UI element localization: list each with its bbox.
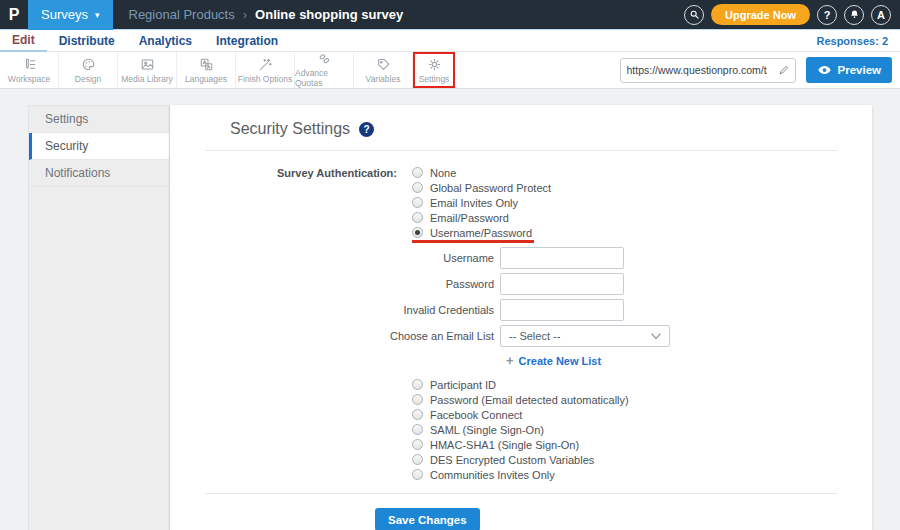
content-area: Settings Security Notifications Security…: [0, 89, 900, 530]
avatar[interactable]: A: [871, 5, 891, 25]
pencil-icon: [778, 64, 790, 76]
radio-label: Facebook Connect: [430, 409, 522, 421]
radio-label: Communities Invites Only: [430, 469, 555, 481]
eye-icon: [817, 65, 832, 75]
toolbar-item-label: Settings: [419, 74, 450, 84]
credentials-fields: Username Password Invalid Credentials Ch…: [170, 247, 872, 368]
radio-participant-id[interactable]: Participant ID: [412, 377, 496, 392]
radio-username-password[interactable]: Username/Password: [412, 225, 532, 240]
radio-password-email-detected[interactable]: Password (Email detected automatically): [412, 392, 629, 407]
radio-email-password[interactable]: Email/Password: [412, 210, 509, 225]
toolbar-item-media-library[interactable]: Media Library: [118, 52, 177, 88]
palette-icon: [81, 57, 96, 72]
radio-saml-sso[interactable]: SAML (Single Sign-On): [412, 422, 544, 437]
auth-row: Survey Authentication: None Global Passw…: [170, 165, 872, 240]
radio-icon: [412, 454, 423, 465]
password-field[interactable]: [500, 273, 624, 295]
tag-icon: [376, 57, 391, 72]
radio-none[interactable]: None: [412, 165, 456, 180]
save-divider: [205, 493, 837, 494]
radio-des-encrypted-variables[interactable]: DES Encrypted Custom Variables: [412, 452, 594, 467]
radio-icon: [412, 424, 423, 435]
tab-integration-label: Integration: [216, 34, 278, 48]
breadcrumb-survey-name: Online shopping survey: [255, 7, 403, 22]
radio-icon: [412, 469, 423, 480]
questionpro-logo[interactable]: P: [0, 0, 28, 30]
settings-sidebar: Settings Security Notifications: [28, 105, 170, 530]
toolbar-item-label: Variables: [366, 74, 401, 84]
preview-button[interactable]: Preview: [806, 57, 892, 83]
radio-label: None: [430, 167, 456, 179]
toolbar-item-advance-quotas[interactable]: Advance Quotas: [295, 52, 354, 88]
notifications-button[interactable]: [844, 5, 864, 25]
image-icon: [140, 57, 155, 72]
search-button[interactable]: [684, 5, 704, 25]
password-label: Password: [170, 278, 500, 290]
radio-label: Email Invites Only: [430, 197, 518, 209]
survey-url-input[interactable]: [621, 64, 773, 76]
breadcrumb-folder[interactable]: Regional Products: [129, 7, 235, 22]
toolbar-item-finish-options[interactable]: Finish Options: [236, 52, 295, 88]
responses-count[interactable]: Responses: 2: [816, 35, 900, 47]
radio-communities-invites-only[interactable]: Communities Invites Only: [412, 467, 555, 482]
sidebar-item-notifications[interactable]: Notifications: [29, 160, 169, 187]
radio-global-password-protect[interactable]: Global Password Protect: [412, 180, 551, 195]
tab-distribute-label: Distribute: [59, 34, 115, 48]
survey-url-group: Preview: [620, 52, 900, 88]
radio-label: Participant ID: [430, 379, 496, 391]
sidebar-item-settings[interactable]: Settings: [29, 106, 169, 133]
tab-integration[interactable]: Integration: [204, 30, 290, 52]
translate-icon: [199, 57, 214, 72]
radio-label: DES Encrypted Custom Variables: [430, 454, 594, 466]
surveys-menu[interactable]: Surveys ▾: [28, 0, 113, 30]
radio-label: Global Password Protect: [430, 182, 551, 194]
toolbar-item-variables[interactable]: Variables: [354, 52, 413, 88]
tab-edit[interactable]: Edit: [0, 30, 47, 52]
page-title: Security Settings: [230, 120, 350, 138]
toolbar-spacer: [455, 52, 620, 88]
toolbar-item-label: Languages: [185, 74, 227, 84]
help-button[interactable]: ?: [817, 5, 837, 25]
toolbar-item-workspace[interactable]: Workspace: [0, 52, 59, 88]
bell-icon: [849, 9, 860, 20]
panel-header: Security Settings ?: [170, 105, 872, 150]
toolbar-item-settings[interactable]: Settings: [413, 52, 455, 88]
radio-icon: [412, 409, 423, 420]
tab-distribute[interactable]: Distribute: [47, 30, 127, 52]
title-help-button[interactable]: ?: [359, 122, 374, 137]
radio-icon: [412, 394, 423, 405]
username-field[interactable]: [500, 247, 624, 269]
create-new-list-link[interactable]: + Create New List: [506, 353, 601, 368]
surveys-menu-label: Surveys: [41, 7, 88, 22]
radio-facebook-connect[interactable]: Facebook Connect: [412, 407, 522, 422]
pencil-list-icon: [22, 57, 37, 72]
toolbar-item-design[interactable]: Design: [59, 52, 118, 88]
radio-icon: [412, 439, 423, 450]
toolbar-item-label: Design: [75, 74, 101, 84]
radio-icon: [412, 182, 423, 193]
radio-hmac-sha1-sso[interactable]: HMAC-SHA1 (Single Sign-On): [412, 437, 579, 452]
edit-toolbar: Workspace Design Media Library Languages…: [0, 52, 900, 89]
invalid-credentials-field[interactable]: [500, 299, 624, 321]
upgrade-now-button[interactable]: Upgrade Now: [711, 4, 810, 25]
radio-email-invites-only[interactable]: Email Invites Only: [412, 195, 518, 210]
survey-subnav: Edit Distribute Analytics Integration Re…: [0, 30, 900, 52]
toolbar-item-languages[interactable]: Languages: [177, 52, 236, 88]
question-mark-icon: ?: [824, 9, 831, 21]
tab-analytics[interactable]: Analytics: [127, 30, 204, 52]
red-underline-annotation: [412, 240, 534, 243]
top-navbar: P Surveys ▾ Regional Products › Online s…: [0, 0, 900, 30]
avatar-initial: A: [877, 9, 885, 21]
sidebar-item-label: Security: [45, 139, 88, 153]
tab-edit-label: Edit: [12, 33, 35, 47]
create-new-list-label: Create New List: [519, 355, 602, 367]
radio-label: Username/Password: [430, 227, 532, 239]
tab-analytics-label: Analytics: [139, 34, 192, 48]
invalid-credentials-label: Invalid Credentials: [170, 304, 500, 316]
save-changes-button[interactable]: Save Changes: [375, 508, 480, 530]
edit-url-button[interactable]: [773, 59, 795, 82]
security-settings-panel: Security Settings ? Survey Authenticatio…: [170, 105, 872, 530]
email-list-select[interactable]: -- Select --: [500, 325, 670, 347]
sidebar-item-security[interactable]: Security: [29, 133, 169, 160]
breadcrumb-separator-icon: ›: [243, 7, 247, 22]
